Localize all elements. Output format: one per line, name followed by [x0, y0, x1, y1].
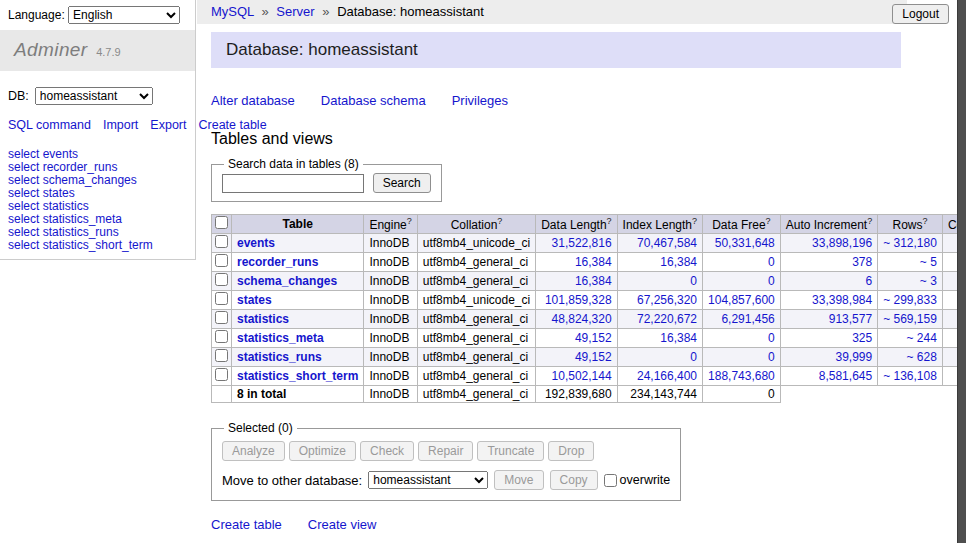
data-free-link[interactable]: 6,291,456: [721, 312, 774, 326]
data-free-link[interactable]: 0: [768, 255, 775, 269]
select-all-checkbox[interactable]: [215, 216, 228, 229]
data-free-link[interactable]: 0: [768, 274, 775, 288]
data-length-header-link[interactable]: Data Length: [541, 218, 606, 232]
move-button[interactable]: Move: [494, 470, 543, 490]
selected-action-button[interactable]: Truncate: [477, 441, 544, 461]
table-name-link[interactable]: events: [237, 236, 275, 250]
rows-count-cell: ~ 628: [878, 348, 943, 367]
database-action-link[interactable]: Database schema: [321, 93, 426, 108]
index-length-link[interactable]: 24,166,400: [637, 369, 697, 383]
row-checkbox[interactable]: [215, 235, 228, 248]
row-checkbox[interactable]: [215, 349, 228, 362]
table-name-link[interactable]: statistics: [237, 312, 289, 326]
row-checkbox[interactable]: [215, 292, 228, 305]
db-select[interactable]: homeassistant: [35, 87, 153, 105]
adminer-logo[interactable]: Adminer: [14, 39, 88, 60]
engine-header-link[interactable]: Engine: [369, 218, 406, 232]
index-length-link[interactable]: 67,256,320: [637, 293, 697, 307]
auto-increment-link[interactable]: 33,898,196: [812, 236, 872, 250]
database-action-link[interactable]: Privileges: [452, 93, 508, 108]
table-name-link[interactable]: statistics_runs: [237, 350, 322, 364]
totals-empty-cell: [212, 386, 232, 403]
rows-count-link[interactable]: ~ 628: [907, 350, 937, 364]
data-free-link[interactable]: 0: [768, 331, 775, 345]
sidebar-action-link[interactable]: SQL command: [8, 118, 91, 132]
index-length-link[interactable]: 0: [690, 274, 697, 288]
data-length-link[interactable]: 101,859,328: [545, 293, 612, 307]
table-name-link[interactable]: states: [237, 293, 272, 307]
data-length-link[interactable]: 16,384: [575, 255, 612, 269]
overwrite-checkbox[interactable]: [604, 474, 617, 487]
row-checkbox[interactable]: [215, 273, 228, 286]
collation-header-link[interactable]: Collation: [451, 218, 498, 232]
auto-increment-link[interactable]: 325: [852, 331, 872, 345]
search-button[interactable]: Search: [373, 173, 431, 193]
sidebar-table-link[interactable]: select statistics_short_term: [8, 239, 187, 252]
data-length-link[interactable]: 48,824,320: [552, 312, 612, 326]
table-name-link[interactable]: recorder_runs: [237, 255, 318, 269]
rows-count-link[interactable]: ~ 136,108: [883, 369, 937, 383]
data-length-cell: 16,384: [536, 253, 617, 272]
selected-action-button[interactable]: Drop: [548, 441, 594, 461]
auto-increment-header-link[interactable]: Auto Increment: [786, 218, 867, 232]
index-length-link[interactable]: 72,220,672: [637, 312, 697, 326]
vertical-scrollbar[interactable]: [957, 0, 966, 543]
selected-action-button[interactable]: Check: [360, 441, 414, 461]
rows-count-link[interactable]: ~ 299,833: [883, 293, 937, 307]
selected-action-button[interactable]: Analyze: [222, 441, 285, 461]
auto-increment-link[interactable]: 913,577: [829, 312, 872, 326]
rows-count-link[interactable]: ~ 569,159: [883, 312, 937, 326]
selected-fieldset: Selected (0) AnalyzeOptimizeCheckRepairT…: [211, 421, 681, 501]
data-free-link[interactable]: 50,331,648: [715, 236, 775, 250]
move-target-select[interactable]: homeassistant: [368, 471, 488, 489]
row-checkbox[interactable]: [215, 368, 228, 381]
adminer-version: 4.7.9: [96, 46, 120, 58]
auto-increment-link[interactable]: 378: [852, 255, 872, 269]
data-length-link[interactable]: 10,502,144: [552, 369, 612, 383]
breadcrumb-mysql-link[interactable]: MySQL: [211, 4, 254, 19]
auto-increment-link[interactable]: 6: [865, 274, 872, 288]
data-free-link[interactable]: 104,857,600: [708, 293, 775, 307]
copy-button[interactable]: Copy: [550, 470, 598, 490]
auto-increment-link[interactable]: 33,398,984: [812, 293, 872, 307]
data-length-link[interactable]: 49,152: [575, 350, 612, 364]
data-free-link[interactable]: 188,743,680: [708, 369, 775, 383]
engine-cell: InnoDB: [364, 253, 417, 272]
rows-count-link[interactable]: ~ 5: [920, 255, 937, 269]
rows-header-link[interactable]: Rows: [893, 218, 923, 232]
auto-increment-link[interactable]: 8,581,645: [819, 369, 872, 383]
language-select[interactable]: English: [68, 6, 180, 24]
data-length-link[interactable]: 31,522,816: [552, 236, 612, 250]
index-length-header-link[interactable]: Index Length: [623, 218, 692, 232]
search-input[interactable]: [222, 174, 364, 193]
data-length-link[interactable]: 49,152: [575, 331, 612, 345]
data-length-link[interactable]: 16,384: [575, 274, 612, 288]
logout-button[interactable]: Logout: [892, 4, 949, 24]
create-link[interactable]: Create table: [211, 517, 282, 532]
create-link[interactable]: Create view: [308, 517, 377, 532]
breadcrumb-current: Database: homeassistant: [337, 4, 484, 19]
sidebar-action-link[interactable]: Export: [150, 118, 186, 132]
table-name-link[interactable]: statistics_meta: [237, 331, 324, 345]
index-length-link[interactable]: 70,467,584: [637, 236, 697, 250]
index-length-link[interactable]: 16,384: [660, 255, 697, 269]
table-name-link[interactable]: schema_changes: [237, 274, 337, 288]
data-free-link[interactable]: 0: [768, 350, 775, 364]
sidebar-action-link[interactable]: Import: [103, 118, 138, 132]
table-name-cell: statistics_runs: [232, 348, 364, 367]
selected-action-button[interactable]: Repair: [418, 441, 473, 461]
table-name-link[interactable]: statistics_short_term: [237, 369, 358, 383]
auto-increment-link[interactable]: 39,999: [835, 350, 872, 364]
breadcrumb-server-link[interactable]: Server: [276, 4, 314, 19]
data-free-header-link[interactable]: Data Free: [712, 218, 765, 232]
index-length-link[interactable]: 0: [690, 350, 697, 364]
index-length-link[interactable]: 16,384: [660, 331, 697, 345]
database-action-link[interactable]: Alter database: [211, 93, 295, 108]
rows-count-link[interactable]: ~ 244: [907, 331, 937, 345]
rows-count-link[interactable]: ~ 312,180: [883, 236, 937, 250]
rows-count-link[interactable]: ~ 3: [920, 274, 937, 288]
selected-action-button[interactable]: Optimize: [289, 441, 356, 461]
row-checkbox[interactable]: [215, 311, 228, 324]
row-checkbox[interactable]: [215, 254, 228, 267]
row-checkbox[interactable]: [215, 330, 228, 343]
